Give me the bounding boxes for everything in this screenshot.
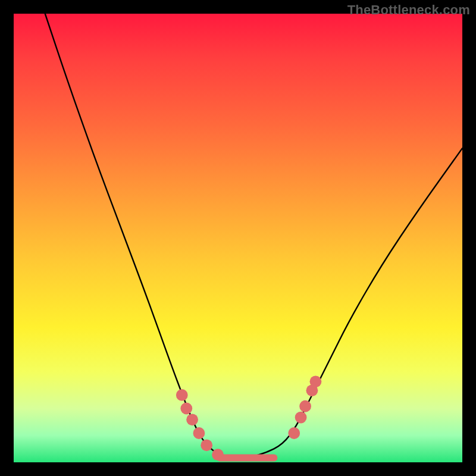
curve-marker bbox=[299, 400, 311, 412]
plot-area bbox=[14, 14, 462, 462]
curve-marker bbox=[288, 427, 300, 439]
curve-marker bbox=[201, 439, 212, 451]
curve-markers bbox=[176, 375, 321, 461]
curve-marker bbox=[212, 449, 224, 461]
curve-marker bbox=[180, 403, 192, 415]
curve-marker bbox=[186, 414, 198, 425]
curve-marker bbox=[193, 427, 205, 439]
bottleneck-curve bbox=[45, 14, 462, 458]
chart-svg bbox=[14, 14, 462, 462]
curve-marker bbox=[310, 375, 322, 387]
chart-frame: TheBottleneck.com bbox=[0, 0, 476, 476]
curve-marker bbox=[295, 412, 307, 424]
watermark-text: TheBottleneck.com bbox=[347, 2, 470, 18]
curve-marker bbox=[176, 389, 188, 401]
